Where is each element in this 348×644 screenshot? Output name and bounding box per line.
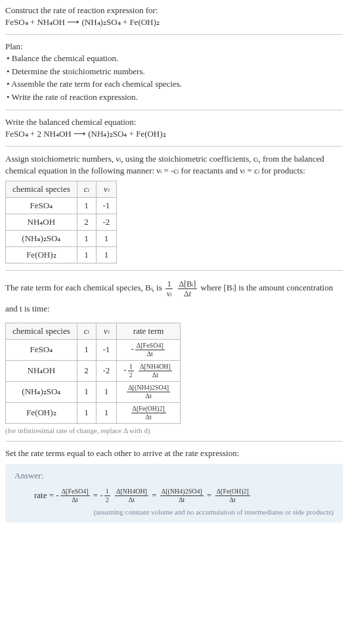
- separator: [5, 34, 343, 35]
- rate-term-cell: -Δ[FeSO4]Δt: [117, 339, 181, 360]
- table-row: FeSO₄1-1: [6, 198, 117, 214]
- assign-text: Assign stoichiometric numbers, νᵢ, using…: [5, 153, 343, 177]
- table-row: (NH₄)₂SO₄11: [6, 231, 117, 247]
- prompt-title: Construct the rate of reaction expressio…: [5, 5, 343, 16]
- separator: [5, 146, 343, 147]
- table-header-row: chemical species cᵢ νᵢ: [6, 181, 117, 198]
- balanced-equation: FeSO₄ + 2 NH₄OH ⟶ (NH₄)₂SO₄ + Fe(OH)₂: [5, 129, 343, 139]
- col-header: cᵢ: [77, 181, 96, 198]
- rateterm-note: (for infinitesimal rate of change, repla…: [5, 426, 343, 434]
- separator: [5, 441, 343, 442]
- table-row: Fe(OH)₂ 1 1 Δ[Fe(OH)2]Δt: [6, 402, 181, 423]
- stoich-table: chemical species cᵢ νᵢ FeSO₄1-1 NH₄OH2-2…: [5, 181, 117, 264]
- plan-item: Write the rate of reaction expression.: [7, 91, 343, 104]
- rateterm-section: The rate term for each chemical species,…: [5, 277, 343, 318]
- table-row: NH₄OH 2 -2 -12 Δ[NH4OH]Δt: [6, 360, 181, 381]
- rate-term-cell: -12 Δ[NH4OH]Δt: [117, 360, 181, 381]
- plan-item: Determine the stoichiometric numbers.: [7, 65, 343, 78]
- plan-section: Plan: Balance the chemical equation. Det…: [5, 41, 343, 103]
- final-text: Set the rate terms equal to each other t…: [5, 448, 343, 459]
- prompt-section: Construct the rate of reaction expressio…: [5, 5, 343, 28]
- col-header: rate term: [117, 323, 181, 339]
- separator: [5, 110, 343, 110]
- answer-expression: rate = -Δ[FeSO4]Δt = -12 Δ[NH4OH]Δt = Δ[…: [34, 485, 334, 505]
- plan-item: Assemble the rate term for each chemical…: [7, 78, 343, 91]
- rateterm-table: chemical species cᵢ νᵢ rate term FeSO₄ 1…: [5, 323, 181, 424]
- table-row: (NH₄)₂SO₄ 1 1 Δ[(NH4)2SO4]Δt: [6, 381, 181, 402]
- col-header: cᵢ: [77, 323, 96, 339]
- col-header: chemical species: [6, 323, 77, 339]
- plan-heading: Plan:: [5, 41, 343, 52]
- rate-term-cell: Δ[(NH4)2SO4]Δt: [117, 381, 181, 402]
- answer-box: Answer: rate = -Δ[FeSO4]Δt = -12 Δ[NH4OH…: [5, 464, 343, 522]
- answer-label: Answer:: [14, 471, 334, 481]
- col-header: νᵢ: [96, 323, 117, 339]
- table-header-row: chemical species cᵢ νᵢ rate term: [6, 323, 181, 339]
- prompt-equation: FeSO₄ + NH₄OH ⟶ (NH₄)₂SO₄ + Fe(OH)₂: [5, 17, 343, 28]
- table-row: FeSO₄ 1 -1 -Δ[FeSO4]Δt: [6, 339, 181, 360]
- col-header: chemical species: [6, 181, 77, 198]
- answer-note: (assuming constant volume and no accumul…: [14, 508, 334, 516]
- rateterm-text-before: The rate term for each chemical species,…: [5, 283, 164, 292]
- balanced-heading: Write the balanced chemical equation:: [5, 117, 343, 127]
- table-row: NH₄OH2-2: [6, 214, 117, 231]
- table-row: Fe(OH)₂11: [6, 247, 117, 264]
- plan-item: Balance the chemical equation.: [7, 52, 343, 65]
- balanced-section: Write the balanced chemical equation: Fe…: [5, 117, 343, 139]
- col-header: νᵢ: [96, 181, 117, 198]
- assign-section: Assign stoichiometric numbers, νᵢ, using…: [5, 153, 343, 264]
- rate-formula-coef: 1νᵢ: [165, 280, 173, 298]
- rate-term-cell: Δ[Fe(OH)2]Δt: [117, 402, 181, 423]
- separator: [5, 270, 343, 271]
- rate-prefix: rate =: [34, 490, 56, 500]
- rate-formula-frac: Δ[Bᵢ]Δt: [178, 280, 198, 298]
